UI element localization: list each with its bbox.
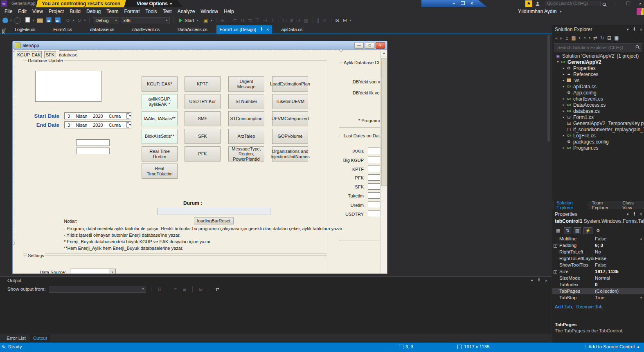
sync-with-active-document-icon[interactable]: ⇄ [593, 35, 597, 41]
pin-icon[interactable] [537, 278, 541, 283]
find-in-files-icon[interactable]: ⊞ [220, 18, 225, 23]
form-minimize-button[interactable]: — [354, 42, 364, 49]
goto-next-message-icon[interactable]: ≣ [181, 287, 187, 292]
tree-item-chartevent[interactable]: ▸ C# chartEvent.cs [552, 96, 644, 102]
align-tops-icon[interactable]: ⊤ [254, 18, 260, 23]
expand-toggle[interactable]: + [554, 270, 557, 274]
align-rights-icon[interactable]: ⊐ [247, 18, 252, 23]
kptf-label[interactable]: KPTF [331, 167, 364, 172]
selection-handle[interactable] [340, 49, 342, 52]
find-message-icon[interactable]: ⇊ [156, 287, 162, 292]
arz-talep-button[interactable]: ArzTalep [228, 129, 264, 144]
kptf-button[interactable]: KPTF [185, 76, 221, 92]
pending-changes-filter-icon[interactable]: ◔ [583, 35, 586, 41]
property-row[interactable]: ShowToolTips False [552, 262, 644, 268]
add-tab-link[interactable]: Add Tab; [555, 304, 573, 309]
menu-build[interactable]: Build [67, 9, 83, 14]
property-row[interactable]: TabIndex 0 [552, 281, 644, 288]
property-row[interactable]: SizeMode Normal [552, 275, 644, 281]
chevron-down-icon[interactable]: ▾ [627, 212, 629, 216]
chevron-collapsed-icon[interactable]: ▸ [561, 134, 566, 137]
kgup-eak-button[interactable]: KGUP, EAK* [142, 76, 178, 92]
settings-groupbox[interactable]: Settings [23, 256, 327, 274]
collapse-all-icon[interactable]: ⊟ [607, 35, 611, 41]
small-textbox-2[interactable] [76, 148, 110, 154]
form-maximize-button[interactable]: □ [365, 42, 374, 49]
chevron-expanded-icon[interactable]: ▾ [556, 60, 560, 64]
alphabetical-icon[interactable]: ⇅ [564, 227, 571, 234]
chevron-collapsed-icon[interactable]: ▸ [561, 146, 566, 150]
make-same-width-icon[interactable]: ⊔ [282, 18, 288, 23]
property-row[interactable]: RightToLeft No [552, 249, 644, 255]
menu-team[interactable]: Team [104, 9, 121, 14]
load-estimation-plan-button[interactable]: LoadEstimationPlan [272, 76, 308, 92]
save-all-button[interactable] [54, 17, 61, 24]
chevron-down-icon[interactable]: ▾ [32, 19, 35, 22]
tab-dataaccess-cs[interactable]: DataAccess.cs [169, 25, 216, 34]
tab-form1-design[interactable]: Form1.cs [Design] × [216, 25, 272, 34]
small-textbox-1[interactable] [76, 139, 110, 146]
chevron-collapsed-icon[interactable]: ▸ [561, 72, 566, 76]
solution-explorer-header[interactable]: Solution Explorer ▾ × [552, 25, 644, 33]
output-content[interactable] [0, 294, 552, 333]
output-header[interactable]: Output ▾ × [0, 277, 552, 284]
property-row[interactable]: Multiline False ▲ [552, 235, 644, 242]
start-date-picker[interactable]: 3 Nisan 2020 Cuma ▾ [64, 112, 131, 119]
pin-icon[interactable] [633, 27, 636, 32]
vertical-spacing-icon[interactable]: ≣ [322, 18, 328, 23]
expand-toggle[interactable]: + [554, 244, 557, 248]
events-icon[interactable]: ⚡ [583, 227, 592, 234]
note-line-2[interactable]: - Yıldız işaretli olmayan butonlar Enerj… [64, 233, 180, 238]
solution-search-input[interactable] [556, 45, 634, 50]
sfk-button[interactable]: SFK [185, 129, 221, 144]
align-bottoms-icon[interactable]: ⊥ [269, 18, 275, 23]
restore-button[interactable] [623, 0, 633, 7]
chevron-collapsed-icon[interactable]: ▸ [561, 97, 566, 101]
durum-label[interactable]: Durum : [183, 200, 202, 206]
align-centers-icon[interactable]: ⊓ [240, 18, 245, 23]
loading-bar-reset-button[interactable]: loadingBarReset [194, 217, 234, 224]
uevm-categorized-button[interactable]: UEVMCategorized [272, 111, 308, 126]
property-row[interactable]: +Size 1917; 1135 [552, 268, 644, 275]
selection-handle[interactable] [12, 49, 15, 52]
pfk-label[interactable]: PFK [331, 175, 364, 180]
menu-format[interactable]: Format [122, 9, 143, 14]
notes-title[interactable]: Notlar: [64, 219, 77, 224]
loading-progress-bar[interactable] [157, 208, 270, 215]
chevron-collapsed-icon[interactable]: ▸ [561, 109, 566, 113]
form-vertical-scrollbar[interactable]: ▲ [380, 50, 387, 274]
minimize-button[interactable]: − [610, 0, 620, 7]
close-icon[interactable]: × [640, 27, 642, 32]
align-middles-icon[interactable]: ⊣ [262, 18, 268, 23]
user-avatar[interactable] [637, 8, 644, 15]
attach-process-icon[interactable]: ▣ [203, 18, 209, 23]
form-tab-database[interactable]: database [59, 50, 77, 58]
remote-restore-button[interactable] [461, 1, 465, 6]
usdtry-label[interactable]: USDTRY [331, 212, 364, 217]
size-to-grid-icon[interactable]: ▦ [303, 18, 309, 23]
menu-project[interactable]: Project [46, 9, 67, 14]
tree-item-program[interactable]: ▸ C# Program.cs [552, 145, 644, 151]
stnumber-button[interactable]: STNumber [228, 94, 264, 109]
iaalis-iasatis-button[interactable]: IAAlis, IASatis** [142, 111, 178, 126]
tree-item-pfx[interactable]: ▤ GeneralAppV2_TemporaryKey.pfx [552, 120, 644, 126]
menu-edit[interactable]: Edit [15, 9, 29, 14]
chevron-down-icon[interactable]: ▾ [84, 19, 86, 22]
gop-volume-button[interactable]: GOPVolume [272, 129, 308, 144]
sfk-label[interactable]: SFK [331, 184, 364, 189]
menu-test[interactable]: Test [160, 9, 175, 14]
smf-button[interactable]: SMF [185, 111, 221, 126]
horizontal-spacing-icon[interactable]: ∥ [316, 18, 320, 23]
open-file-button[interactable] [36, 17, 44, 24]
tree-item-apidata[interactable]: ▸ C# apiData.cs [552, 83, 644, 90]
chevron-down-icon[interactable]: ▾ [349, 19, 352, 22]
navigate-forward-button[interactable]: → [14, 17, 20, 24]
note-line-3[interactable]: * Enerji_Buyuk databaseindeki büyük KGUP… [64, 239, 212, 244]
note-line-4[interactable]: **Hem Enerji_Aylik hem Enerji_Buyuk data… [64, 246, 183, 251]
end-date-picker[interactable]: 3 Nisan 2020 Cuma ▾ [64, 121, 131, 128]
tree-item-project[interactable]: ▾ C# GeneralAppV2 [552, 59, 644, 65]
tree-item-references[interactable]: ▸ ▪▪ References [552, 71, 644, 77]
tab-database-cs[interactable]: database.cs [81, 25, 123, 34]
uretim-label[interactable]: Uretim [331, 203, 364, 208]
solution-configuration-dropdown[interactable]: Debug▾ [93, 17, 119, 24]
